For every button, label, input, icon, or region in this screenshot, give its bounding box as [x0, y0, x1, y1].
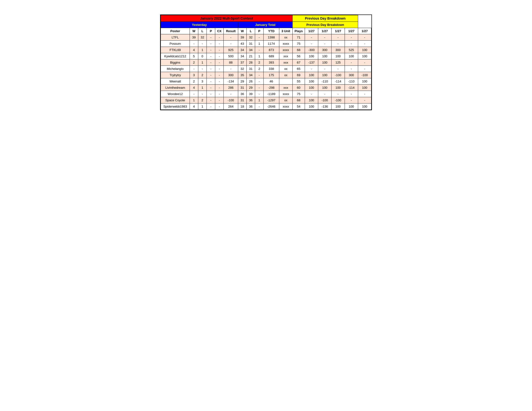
data-cell: - [358, 97, 371, 103]
data-cell: - [215, 66, 223, 72]
data-cell: -100 [332, 97, 345, 103]
data-cell: 34 [247, 72, 255, 78]
data-cell: 300 [332, 47, 345, 53]
data-cell: - [255, 78, 264, 85]
data-cell: - [190, 91, 198, 97]
table-row: LTFL3932---3932-1398xx71----- [161, 34, 371, 41]
data-cell: 300 [224, 72, 238, 78]
data-cell: 338 [264, 66, 279, 72]
data-cell: xx [279, 34, 293, 41]
data-cell: - [215, 53, 223, 59]
poster-cell: Woodee12 [161, 91, 190, 97]
data-cell: 36 [247, 103, 255, 110]
title-row: January 2022 Mult-Sport Contest Previous… [161, 15, 371, 22]
data-cell: 54 [293, 103, 305, 110]
data-cell: xxx [279, 53, 293, 59]
data-cell: 100 [358, 47, 371, 53]
data-cell: - [318, 66, 332, 72]
data-cell: - [305, 66, 318, 72]
col-p1: P [207, 28, 215, 34]
col-cx: CX [215, 28, 223, 34]
data-cell: 31 [238, 97, 247, 103]
data-cell: 1 [190, 97, 198, 103]
data-cell: xxxx [279, 47, 293, 53]
data-cell: - [255, 91, 264, 97]
data-cell: - [255, 34, 264, 41]
poster-cell: Michelanglo [161, 66, 190, 72]
data-cell: 4 [190, 47, 198, 53]
data-cell: 55 [293, 78, 305, 85]
data-cell: 100 [358, 103, 371, 110]
data-cell: - [198, 91, 207, 97]
data-cell: - [332, 41, 345, 47]
poster-cell: Biggins [161, 59, 190, 66]
data-cell: 32 [247, 34, 255, 41]
col-b4: 1/27 [345, 28, 358, 34]
table-body: LTFL3932---3932-1398xx71-----Possum-----… [161, 34, 371, 110]
data-cell: - [207, 59, 215, 66]
data-cell: 1 [255, 41, 264, 47]
data-cell: - [207, 72, 215, 78]
data-cell: - [215, 85, 223, 91]
data-cell: -300 [305, 47, 318, 53]
data-cell: 68 [293, 97, 305, 103]
data-cell: 100 [305, 85, 318, 91]
data-cell: 26 [247, 78, 255, 85]
data-cell: 100 [358, 78, 371, 85]
col-result: Result [224, 28, 238, 34]
data-cell: 100 [358, 85, 371, 91]
january-total-header: January Total [238, 22, 293, 28]
data-cell: 39 [238, 34, 247, 41]
data-cell: 689 [264, 53, 279, 59]
data-cell: 37 [238, 59, 247, 66]
data-cell: xx [279, 66, 293, 72]
data-cell: 100 [345, 53, 358, 59]
col-b5: 1/27 [358, 28, 371, 34]
data-cell: -114 [345, 85, 358, 91]
col-plays: Plays [293, 28, 305, 34]
contest-title: January 2022 Mult-Sport Contest [161, 15, 292, 22]
data-cell: - [332, 34, 345, 41]
yesterday-header: Yesterday [161, 22, 238, 28]
data-cell: 100 [318, 85, 332, 91]
poster-cell: Weenatl [161, 78, 190, 85]
data-cell: 300 [345, 72, 358, 78]
col-poster: Poster [161, 28, 190, 34]
table-row: Spiderwebb198341--2641836--2646xxxx54100… [161, 103, 371, 110]
data-cell: 100 [305, 97, 318, 103]
data-cell: - [215, 34, 223, 41]
data-cell: - [345, 59, 358, 66]
col-b1: 1/27 [305, 28, 318, 34]
data-cell: 100 [305, 53, 318, 59]
data-cell: - [215, 41, 223, 47]
data-cell: - [207, 41, 215, 47]
data-cell: 2 [255, 66, 264, 72]
data-cell: - [345, 34, 358, 41]
data-cell: - [215, 59, 223, 66]
data-cell: 1 [255, 53, 264, 59]
data-cell: 925 [224, 47, 238, 53]
data-cell [279, 78, 293, 85]
data-cell: 5 [190, 53, 198, 59]
data-cell: -100 [318, 97, 332, 103]
data-cell: -100 [224, 97, 238, 103]
data-cell: -110 [345, 78, 358, 85]
poster-cell: Trytrytry [161, 72, 190, 78]
data-cell: 56 [293, 53, 305, 59]
data-cell: - [318, 91, 332, 97]
data-cell: xxx [279, 59, 293, 66]
data-cell: 32 [238, 66, 247, 72]
table-row: Woodee12-----3639--1189xxxx75----- [161, 91, 371, 97]
data-cell: - [255, 103, 264, 110]
data-cell: - [207, 78, 215, 85]
data-cell: 31 [247, 66, 255, 72]
data-cell: 75 [293, 91, 305, 97]
data-cell: - [255, 72, 264, 78]
data-cell: - [198, 41, 207, 47]
data-cell: 2 [190, 78, 198, 85]
data-cell: 2 [190, 59, 198, 66]
data-cell: - [190, 66, 198, 72]
poster-cell: Possum [161, 41, 190, 47]
data-cell: - [207, 66, 215, 72]
data-cell: - [358, 66, 371, 72]
